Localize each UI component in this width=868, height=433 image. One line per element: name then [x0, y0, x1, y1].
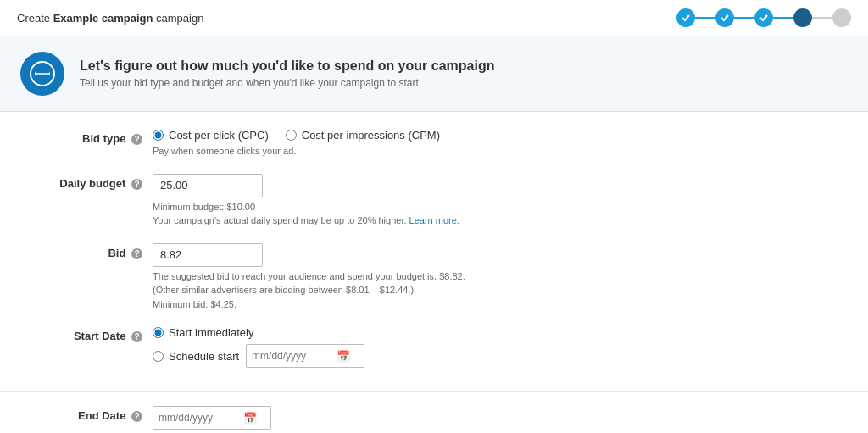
daily-budget-help-icon[interactable]: ? — [131, 179, 142, 190]
bid-row: Bid ? The suggested bid to reach your au… — [34, 243, 834, 312]
hero-section: Let's figure out how much you'd like to … — [0, 36, 868, 112]
start-date-row: Start Date ? Start immediately Schedule … — [34, 326, 834, 368]
header-title: Create Example campaign campaign — [17, 12, 203, 25]
bid-cpc-label: Cost per click (CPC) — [169, 129, 269, 142]
bid-cpm-label: Cost per impressions (CPM) — [302, 129, 440, 142]
schedule-start-radio[interactable] — [153, 351, 164, 362]
step-3 — [754, 8, 773, 27]
bid-input[interactable] — [153, 243, 263, 267]
daily-budget-row: Daily budget ? Minimum budget: $10.00 Yo… — [34, 174, 834, 228]
bid-cpc-option[interactable]: Cost per click (CPC) — [153, 129, 269, 142]
campaign-icon — [20, 52, 64, 96]
end-date-row: End Date ? 📅 Campaigns will end at midni… — [34, 406, 834, 433]
header-title-suffix: campaign — [153, 12, 203, 25]
schedule-row: Schedule start 📅 — [153, 344, 834, 368]
start-immediately-radio[interactable] — [153, 327, 164, 338]
start-date-content: Start immediately Schedule start 📅 — [153, 326, 834, 368]
header-title-prefix: Create — [17, 12, 53, 25]
calendar-icon[interactable]: 📅 — [331, 350, 355, 363]
step-line-4 — [812, 17, 832, 19]
learn-more-link-budget[interactable]: Learn more. — [409, 215, 459, 225]
daily-budget-hint: Minimum budget: $10.00 Your campaign's a… — [153, 200, 559, 228]
start-date-help-icon[interactable]: ? — [131, 331, 142, 342]
bid-cpc-radio[interactable] — [153, 130, 164, 141]
end-date-label: End Date ? — [34, 406, 153, 422]
end-date-calendar-icon[interactable]: 📅 — [238, 412, 262, 425]
step-line-2 — [734, 17, 754, 19]
hero-subheading: Tell us your bid type and budget and whe… — [80, 77, 494, 89]
step-line-1 — [695, 17, 715, 19]
end-date-input-wrap: 📅 — [153, 406, 271, 430]
start-date-radio-group: Start immediately Schedule start 📅 — [153, 326, 834, 368]
daily-budget-input[interactable] — [153, 174, 263, 197]
progress-steps — [676, 8, 851, 27]
end-date-content: 📅 Campaigns will end at midnight (UTC ti… — [153, 406, 834, 433]
step-4 — [793, 8, 812, 27]
bid-content: The suggested bid to reach your audience… — [153, 243, 834, 312]
hero-text: Let's figure out how much you'd like to … — [80, 58, 494, 89]
schedule-date-input[interactable] — [247, 350, 331, 362]
bid-type-radio-row: Cost per click (CPC) Cost per impression… — [153, 129, 834, 142]
schedule-start-label: Schedule start — [169, 350, 239, 363]
bid-cpm-option[interactable]: Cost per impressions (CPM) — [286, 129, 440, 142]
top-header: Create Example campaign campaign — [0, 0, 868, 36]
bid-help-icon[interactable]: ? — [131, 248, 142, 259]
bid-label: Bid ? — [34, 243, 153, 259]
step-line-3 — [773, 17, 793, 19]
end-date-help-icon[interactable]: ? — [131, 411, 142, 422]
daily-budget-label: Daily budget ? — [34, 174, 153, 190]
bid-type-row: Bid type ? Cost per click (CPC) Cost per… — [34, 129, 834, 158]
header-campaign-name: Example campaign — [53, 12, 153, 25]
schedule-date-input-wrap: 📅 — [246, 344, 364, 368]
bid-type-content: Cost per click (CPC) Cost per impression… — [153, 129, 834, 158]
end-date-input[interactable] — [153, 412, 238, 424]
schedule-start-option[interactable]: Schedule start — [153, 350, 239, 363]
hero-heading: Let's figure out how much you'd like to … — [80, 58, 494, 74]
main-form: Bid type ? Cost per click (CPC) Cost per… — [0, 112, 868, 392]
start-date-label: Start Date ? — [34, 326, 153, 342]
step-1 — [676, 8, 695, 27]
step-5 — [832, 8, 851, 27]
bid-type-help-icon[interactable]: ? — [131, 134, 142, 145]
bid-hint: The suggested bid to reach your audience… — [153, 269, 559, 312]
start-immediately-option[interactable]: Start immediately — [153, 326, 834, 339]
start-immediately-label: Start immediately — [169, 326, 253, 339]
step-2 — [715, 8, 734, 27]
secondary-form: End Date ? 📅 Campaigns will end at midni… — [0, 392, 868, 433]
bid-type-label: Bid type ? — [34, 129, 153, 145]
daily-budget-content: Minimum budget: $10.00 Your campaign's a… — [153, 174, 834, 228]
bid-type-hint: Pay when someone clicks your ad. — [153, 144, 559, 158]
bid-cpm-radio[interactable] — [286, 130, 297, 141]
